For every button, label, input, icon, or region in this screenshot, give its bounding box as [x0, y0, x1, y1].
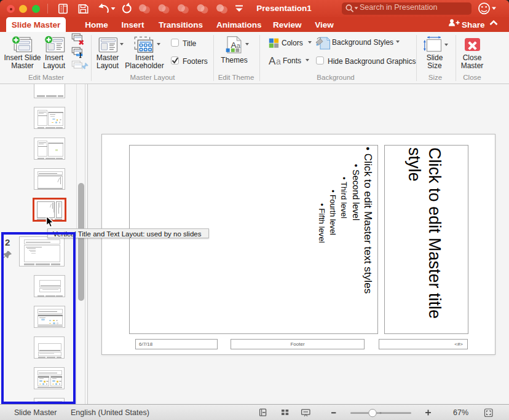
svg-text:a: a	[276, 56, 281, 66]
svg-text:A: A	[231, 41, 237, 50]
svg-text:a: a	[237, 42, 241, 49]
svg-text:A: A	[269, 55, 276, 67]
